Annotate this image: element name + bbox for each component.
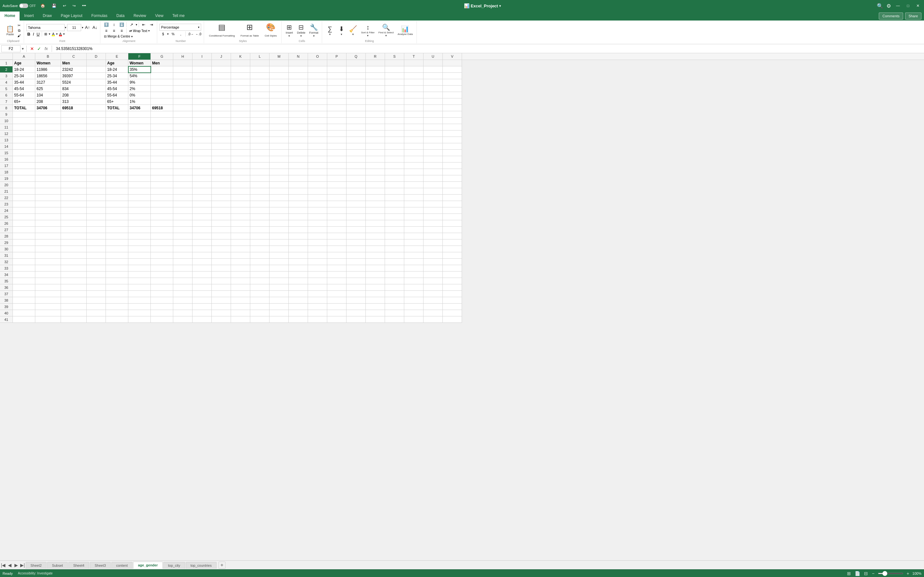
list-item[interactable] — [87, 214, 106, 220]
list-item[interactable] — [231, 137, 250, 143]
align-bottom-button[interactable]: ⬇️ — [118, 22, 125, 27]
list-item[interactable] — [443, 150, 462, 156]
list-item[interactable] — [270, 214, 289, 220]
list-item[interactable]: Age — [13, 60, 35, 66]
list-item[interactable] — [308, 278, 327, 284]
list-item[interactable] — [289, 182, 308, 188]
list-item[interactable] — [385, 303, 404, 310]
list-item[interactable] — [289, 259, 308, 265]
list-item[interactable] — [61, 118, 87, 124]
list-item[interactable] — [87, 227, 106, 233]
list-item[interactable] — [385, 278, 404, 284]
col-header-g[interactable]: G — [151, 53, 173, 60]
list-item[interactable] — [173, 105, 192, 111]
list-item[interactable] — [404, 98, 423, 105]
list-item[interactable] — [404, 169, 423, 175]
list-item[interactable] — [61, 163, 87, 169]
list-item[interactable] — [13, 143, 35, 150]
list-item[interactable] — [151, 284, 173, 291]
list-item[interactable] — [87, 111, 106, 118]
list-item[interactable] — [270, 182, 289, 188]
list-item[interactable] — [231, 233, 250, 239]
row-number[interactable]: 13 — [0, 137, 13, 143]
list-item[interactable] — [385, 111, 404, 118]
list-item[interactable] — [87, 239, 106, 246]
list-item[interactable] — [385, 265, 404, 271]
list-item[interactable] — [289, 118, 308, 124]
row-number[interactable]: 26 — [0, 220, 13, 227]
list-item[interactable] — [443, 284, 462, 291]
list-item[interactable] — [423, 284, 443, 291]
fill-color-button[interactable]: A — [51, 32, 55, 36]
row-number[interactable]: 6 — [0, 92, 13, 98]
list-item[interactable] — [106, 143, 128, 150]
list-item[interactable] — [270, 92, 289, 98]
list-item[interactable] — [87, 79, 106, 85]
list-item[interactable] — [327, 182, 347, 188]
list-item[interactable]: 0% — [128, 92, 151, 98]
list-item[interactable] — [212, 182, 231, 188]
list-item[interactable] — [347, 124, 366, 131]
list-item[interactable] — [385, 143, 404, 150]
list-item[interactable] — [35, 182, 61, 188]
list-item[interactable] — [173, 124, 192, 131]
col-header-v[interactable]: V — [443, 53, 462, 60]
list-item[interactable] — [106, 214, 128, 220]
list-item[interactable] — [173, 92, 192, 98]
list-item[interactable] — [231, 73, 250, 79]
list-item[interactable] — [289, 239, 308, 246]
list-item[interactable] — [327, 284, 347, 291]
undo-btn[interactable]: ↩ — [61, 3, 68, 9]
list-item[interactable] — [270, 85, 289, 92]
list-item[interactable]: Age — [106, 60, 128, 66]
list-item[interactable] — [327, 169, 347, 175]
list-item[interactable] — [231, 143, 250, 150]
list-item[interactable] — [308, 271, 327, 278]
list-item[interactable]: 35-44 — [13, 79, 35, 85]
list-item[interactable] — [212, 66, 231, 73]
list-item[interactable] — [385, 207, 404, 214]
list-item[interactable] — [347, 137, 366, 143]
list-item[interactable] — [231, 271, 250, 278]
list-item[interactable] — [128, 163, 151, 169]
list-item[interactable] — [212, 246, 231, 252]
sum-button[interactable]: ∑ ▾ — [325, 24, 335, 37]
list-item[interactable] — [366, 214, 385, 220]
list-item[interactable] — [327, 79, 347, 85]
list-item[interactable] — [250, 156, 270, 163]
list-item[interactable] — [423, 143, 443, 150]
list-item[interactable] — [192, 239, 212, 246]
list-item[interactable] — [366, 284, 385, 291]
list-item[interactable] — [13, 227, 35, 233]
list-item[interactable] — [87, 73, 106, 79]
row-number[interactable]: 14 — [0, 143, 13, 150]
font-size-increase-button[interactable]: A↑ — [84, 25, 91, 30]
list-item[interactable]: 208 — [61, 92, 87, 98]
list-item[interactable]: TOTAL — [13, 105, 35, 111]
list-item[interactable] — [289, 310, 308, 316]
list-item[interactable] — [270, 195, 289, 201]
list-item[interactable] — [231, 131, 250, 137]
tab-view[interactable]: View — [151, 11, 168, 21]
list-item[interactable] — [289, 233, 308, 239]
list-item[interactable]: 69518 — [61, 105, 87, 111]
tab-formulas[interactable]: Formulas — [87, 11, 112, 21]
list-item[interactable] — [270, 131, 289, 137]
list-item[interactable] — [61, 195, 87, 201]
list-item[interactable] — [289, 92, 308, 98]
row-number[interactable]: 35 — [0, 278, 13, 284]
list-item[interactable]: 18-24 — [106, 66, 128, 73]
list-item[interactable] — [308, 143, 327, 150]
list-item[interactable] — [250, 137, 270, 143]
list-item[interactable] — [250, 297, 270, 303]
list-item[interactable] — [366, 291, 385, 297]
list-item[interactable] — [35, 271, 61, 278]
list-item[interactable] — [250, 150, 270, 156]
row-number[interactable]: 36 — [0, 284, 13, 291]
list-item[interactable] — [192, 163, 212, 169]
list-item[interactable] — [404, 214, 423, 220]
list-item[interactable] — [61, 201, 87, 207]
list-item[interactable] — [443, 265, 462, 271]
list-item[interactable] — [106, 291, 128, 297]
list-item[interactable] — [231, 207, 250, 214]
